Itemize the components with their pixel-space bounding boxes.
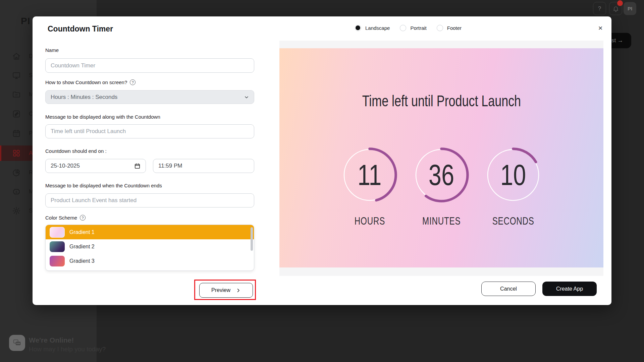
gradient-option-2[interactable]: Gradient 2 [46, 239, 254, 254]
chevron-right-icon [236, 288, 241, 293]
countdown-unit-minutes: 36 MINUTES [413, 146, 470, 227]
end-time-value: 11:59 PM [158, 163, 182, 169]
chat-status-subtitle: How may I help you today? [29, 346, 106, 353]
seconds-dial: 10 [484, 146, 542, 204]
countdown-message-value: Time left until Product Launch [51, 128, 126, 135]
monetize-icon: $ [12, 187, 21, 196]
countdown-unit-seconds: 10 SECONDS [484, 146, 542, 227]
sidebar-item-label: S [29, 72, 33, 79]
countdown-units-row: 11 HOURS 36 MINUTES [279, 146, 603, 227]
home-icon [12, 52, 21, 61]
gradient-3-swatch [50, 256, 65, 266]
end-message-value: Product Launch Event has started [51, 197, 137, 204]
svg-text:$: $ [15, 190, 17, 194]
bell-icon [612, 5, 619, 12]
gradient-option-3[interactable]: Gradient 3 [46, 254, 254, 268]
cancel-button-label: Cancel [500, 286, 517, 292]
seconds-value: 10 [484, 146, 542, 204]
radio-footer-control[interactable] [437, 25, 443, 31]
screens-icon [12, 71, 21, 80]
name-input[interactable]: Countdown Timer [45, 58, 254, 73]
create-app-button[interactable]: Create App [542, 282, 597, 296]
color-scheme-label: Color Scheme ? [45, 215, 86, 221]
chevron-down-icon [244, 95, 249, 100]
radio-portrait[interactable]: Portrait [400, 25, 426, 31]
countdown-format-value: Hours : Minutes : Seconds [51, 94, 117, 101]
help-icon[interactable]: ? [130, 79, 136, 85]
close-icon[interactable]: ✕ [596, 24, 605, 33]
sidebar-item-label: A [29, 150, 33, 157]
apps-grid-icon [12, 149, 21, 158]
cancel-button[interactable]: Cancel [481, 282, 536, 296]
radio-portrait-control[interactable] [400, 25, 406, 31]
end-time-input[interactable]: 11:59 PM [153, 159, 254, 173]
app-logo: PI [21, 16, 30, 26]
radio-footer[interactable]: Footer [437, 25, 462, 31]
calendar-icon [134, 163, 141, 169]
sidebar-item-label: P [29, 130, 33, 137]
preview-countdown-title: Time left until Product Launch [279, 92, 603, 110]
minutes-dial: 36 [413, 146, 470, 204]
name-input-value: Countdown Timer [51, 62, 95, 69]
radio-portrait-label: Portrait [410, 25, 426, 31]
end-message-input[interactable]: Product Launch Event has started [45, 193, 254, 207]
playlist-calendar-icon [12, 129, 21, 138]
sidebar-item-label: S [29, 207, 33, 214]
gradient-1-swatch [50, 227, 65, 238]
countdown-message-input[interactable]: Time left until Product Launch [45, 124, 254, 138]
modal-title: Countdown Timer [48, 24, 113, 34]
scrollbar-thumb[interactable] [251, 227, 253, 251]
avatar-initials: PI [628, 6, 632, 11]
radio-landscape-control[interactable] [355, 25, 361, 31]
countdown-timer-modal: Countdown Timer Landscape Portrait Foote… [33, 16, 611, 305]
orientation-radio-group: Landscape Portrait Footer [355, 25, 462, 31]
countdown-end-label: Countdown should end on : [45, 148, 107, 154]
countdown-unit-hours: 11 HOURS [341, 146, 398, 227]
hours-dial: 11 [341, 146, 398, 204]
gradient-2-swatch [50, 241, 65, 252]
background-cta-label: st → [611, 37, 623, 44]
minutes-label: MINUTES [417, 215, 466, 227]
help-icon[interactable]: ? [80, 215, 86, 221]
avatar[interactable]: PI [624, 2, 636, 15]
radio-landscape[interactable]: Landscape [355, 25, 390, 31]
create-app-button-label: Create App [556, 286, 583, 292]
gradient-2-label: Gradient 2 [69, 244, 95, 250]
end-message-label: Message to be displayed when the Countdo… [45, 183, 162, 188]
help-button[interactable]: ? [593, 2, 606, 15]
countdown-format-select[interactable]: Hours : Minutes : Seconds [45, 90, 254, 104]
annotation-highlight-box: Preview [194, 280, 256, 300]
countdown-preview-screen: Time left until Product Launch 11 HOURS [279, 48, 603, 267]
countdown-format-label: How to show Countdown on screen? ? [45, 79, 136, 85]
preview-button[interactable]: Preview [199, 283, 253, 298]
reports-pie-icon [12, 168, 21, 177]
hours-label: HOURS [350, 215, 389, 227]
preview-pane: Time left until Product Launch 11 HOURS [279, 41, 603, 276]
settings-gear-icon [12, 206, 21, 215]
gradient-1-label: Gradient 1 [69, 229, 95, 235]
gradient-3-label: Gradient 3 [69, 258, 95, 264]
help-button-label: ? [598, 5, 601, 12]
end-date-value: 25-10-2025 [51, 163, 80, 169]
name-label: Name [45, 47, 59, 53]
chat-status-title: We're Online! [29, 336, 74, 344]
countdown-message-label: Message to be displayed along with the C… [45, 114, 160, 120]
media-folder-icon [12, 90, 21, 99]
chat-bubbles-icon [13, 339, 21, 347]
preview-button-label: Preview [211, 287, 230, 293]
chat-widget-button[interactable] [9, 335, 25, 351]
radio-landscape-label: Landscape [365, 25, 390, 31]
seconds-label: SECONDS [486, 215, 540, 227]
minutes-value: 36 [413, 146, 470, 204]
hours-value: 11 [341, 146, 398, 204]
color-scheme-list: Gradient 1 Gradient 2 Gradient 3 [45, 225, 254, 271]
end-date-input[interactable]: 25-10-2025 [45, 159, 146, 173]
compose-icon [12, 110, 21, 118]
gradient-option-1[interactable]: Gradient 1 [46, 225, 254, 239]
radio-footer-label: Footer [447, 25, 462, 31]
app-screen: PI D S M C P A R $ M [0, 0, 644, 362]
notification-dot [617, 0, 623, 6]
